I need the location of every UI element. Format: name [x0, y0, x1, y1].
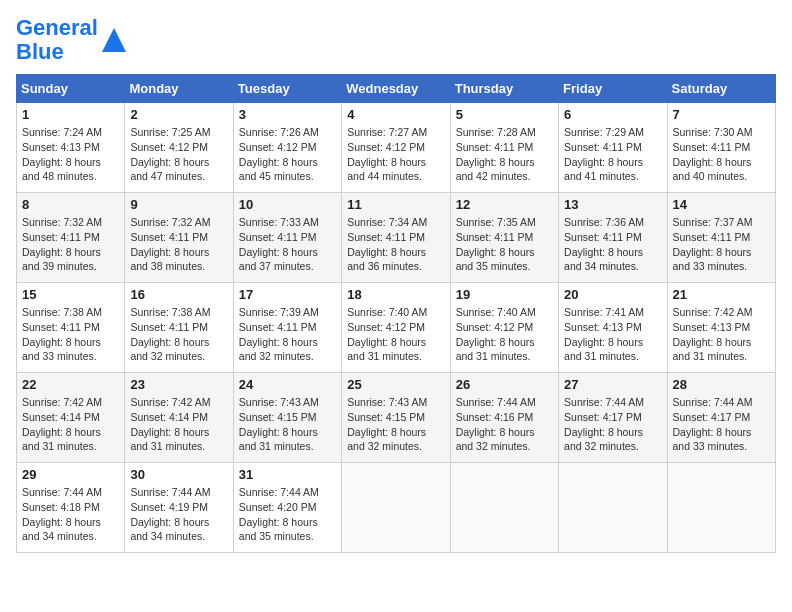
daylight-label: Daylight: 8 hours and 34 minutes. — [22, 516, 101, 543]
day-cell: 10 Sunrise: 7:33 AM Sunset: 4:11 PM Dayl… — [233, 193, 341, 283]
sunrise-label: Sunrise: 7:24 AM — [22, 126, 102, 138]
day-cell: 16 Sunrise: 7:38 AM Sunset: 4:11 PM Dayl… — [125, 283, 233, 373]
sunrise-label: Sunrise: 7:43 AM — [239, 396, 319, 408]
day-cell: 1 Sunrise: 7:24 AM Sunset: 4:13 PM Dayli… — [17, 103, 125, 193]
day-cell — [450, 463, 558, 553]
calendar-table: SundayMondayTuesdayWednesdayThursdayFrid… — [16, 74, 776, 553]
sunset-label: Sunset: 4:13 PM — [673, 321, 751, 333]
sunset-label: Sunset: 4:11 PM — [239, 321, 317, 333]
day-cell: 21 Sunrise: 7:42 AM Sunset: 4:13 PM Dayl… — [667, 283, 775, 373]
daylight-label: Daylight: 8 hours and 33 minutes. — [673, 246, 752, 273]
day-number: 15 — [22, 287, 119, 302]
day-number: 28 — [673, 377, 770, 392]
day-number: 10 — [239, 197, 336, 212]
sunrise-label: Sunrise: 7:44 AM — [673, 396, 753, 408]
day-number: 12 — [456, 197, 553, 212]
day-cell: 12 Sunrise: 7:35 AM Sunset: 4:11 PM Dayl… — [450, 193, 558, 283]
daylight-label: Daylight: 8 hours and 31 minutes. — [347, 336, 426, 363]
daylight-label: Daylight: 8 hours and 32 minutes. — [456, 426, 535, 453]
sunrise-label: Sunrise: 7:27 AM — [347, 126, 427, 138]
day-number: 27 — [564, 377, 661, 392]
day-info: Sunrise: 7:26 AM Sunset: 4:12 PM Dayligh… — [239, 125, 336, 184]
day-cell: 27 Sunrise: 7:44 AM Sunset: 4:17 PM Dayl… — [559, 373, 667, 463]
sunrise-label: Sunrise: 7:25 AM — [130, 126, 210, 138]
daylight-label: Daylight: 8 hours and 31 minutes. — [456, 336, 535, 363]
sunset-label: Sunset: 4:11 PM — [130, 321, 208, 333]
day-info: Sunrise: 7:33 AM Sunset: 4:11 PM Dayligh… — [239, 215, 336, 274]
day-info: Sunrise: 7:38 AM Sunset: 4:11 PM Dayligh… — [22, 305, 119, 364]
day-cell — [559, 463, 667, 553]
daylight-label: Daylight: 8 hours and 45 minutes. — [239, 156, 318, 183]
svg-marker-0 — [102, 28, 126, 52]
day-number: 29 — [22, 467, 119, 482]
sunset-label: Sunset: 4:11 PM — [22, 231, 100, 243]
daylight-label: Daylight: 8 hours and 31 minutes. — [673, 336, 752, 363]
sunrise-label: Sunrise: 7:40 AM — [347, 306, 427, 318]
day-info: Sunrise: 7:44 AM Sunset: 4:16 PM Dayligh… — [456, 395, 553, 454]
day-info: Sunrise: 7:32 AM Sunset: 4:11 PM Dayligh… — [22, 215, 119, 274]
day-number: 8 — [22, 197, 119, 212]
day-cell: 2 Sunrise: 7:25 AM Sunset: 4:12 PM Dayli… — [125, 103, 233, 193]
col-header-sunday: Sunday — [17, 75, 125, 103]
sunset-label: Sunset: 4:11 PM — [673, 231, 751, 243]
day-cell — [342, 463, 450, 553]
sunrise-label: Sunrise: 7:43 AM — [347, 396, 427, 408]
day-number: 2 — [130, 107, 227, 122]
sunrise-label: Sunrise: 7:40 AM — [456, 306, 536, 318]
sunset-label: Sunset: 4:11 PM — [564, 141, 642, 153]
sunrise-label: Sunrise: 7:26 AM — [239, 126, 319, 138]
day-number: 18 — [347, 287, 444, 302]
sunset-label: Sunset: 4:12 PM — [456, 321, 534, 333]
sunrise-label: Sunrise: 7:28 AM — [456, 126, 536, 138]
day-info: Sunrise: 7:40 AM Sunset: 4:12 PM Dayligh… — [456, 305, 553, 364]
daylight-label: Daylight: 8 hours and 40 minutes. — [673, 156, 752, 183]
sunset-label: Sunset: 4:17 PM — [564, 411, 642, 423]
day-info: Sunrise: 7:44 AM Sunset: 4:20 PM Dayligh… — [239, 485, 336, 544]
logo: General Blue — [16, 16, 128, 64]
day-info: Sunrise: 7:39 AM Sunset: 4:11 PM Dayligh… — [239, 305, 336, 364]
week-row-5: 29 Sunrise: 7:44 AM Sunset: 4:18 PM Dayl… — [17, 463, 776, 553]
day-cell: 30 Sunrise: 7:44 AM Sunset: 4:19 PM Dayl… — [125, 463, 233, 553]
day-number: 30 — [130, 467, 227, 482]
sunset-label: Sunset: 4:19 PM — [130, 501, 208, 513]
sunset-label: Sunset: 4:12 PM — [130, 141, 208, 153]
sunset-label: Sunset: 4:12 PM — [347, 321, 425, 333]
week-row-4: 22 Sunrise: 7:42 AM Sunset: 4:14 PM Dayl… — [17, 373, 776, 463]
sunset-label: Sunset: 4:20 PM — [239, 501, 317, 513]
logo-text: General Blue — [16, 16, 98, 64]
sunset-label: Sunset: 4:11 PM — [456, 141, 534, 153]
sunrise-label: Sunrise: 7:32 AM — [130, 216, 210, 228]
sunrise-label: Sunrise: 7:30 AM — [673, 126, 753, 138]
day-number: 4 — [347, 107, 444, 122]
day-info: Sunrise: 7:37 AM Sunset: 4:11 PM Dayligh… — [673, 215, 770, 274]
col-header-wednesday: Wednesday — [342, 75, 450, 103]
day-cell: 3 Sunrise: 7:26 AM Sunset: 4:12 PM Dayli… — [233, 103, 341, 193]
day-number: 11 — [347, 197, 444, 212]
day-number: 16 — [130, 287, 227, 302]
sunset-label: Sunset: 4:13 PM — [22, 141, 100, 153]
sunrise-label: Sunrise: 7:44 AM — [564, 396, 644, 408]
day-number: 19 — [456, 287, 553, 302]
sunset-label: Sunset: 4:11 PM — [239, 231, 317, 243]
col-header-friday: Friday — [559, 75, 667, 103]
sunrise-label: Sunrise: 7:33 AM — [239, 216, 319, 228]
day-info: Sunrise: 7:44 AM Sunset: 4:17 PM Dayligh… — [673, 395, 770, 454]
col-header-thursday: Thursday — [450, 75, 558, 103]
day-cell: 23 Sunrise: 7:42 AM Sunset: 4:14 PM Dayl… — [125, 373, 233, 463]
sunrise-label: Sunrise: 7:41 AM — [564, 306, 644, 318]
daylight-label: Daylight: 8 hours and 32 minutes. — [347, 426, 426, 453]
header-row: SundayMondayTuesdayWednesdayThursdayFrid… — [17, 75, 776, 103]
sunset-label: Sunset: 4:15 PM — [239, 411, 317, 423]
logo-icon — [100, 26, 128, 54]
day-info: Sunrise: 7:42 AM Sunset: 4:13 PM Dayligh… — [673, 305, 770, 364]
day-cell: 20 Sunrise: 7:41 AM Sunset: 4:13 PM Dayl… — [559, 283, 667, 373]
day-number: 26 — [456, 377, 553, 392]
sunrise-label: Sunrise: 7:39 AM — [239, 306, 319, 318]
day-number: 25 — [347, 377, 444, 392]
day-cell: 26 Sunrise: 7:44 AM Sunset: 4:16 PM Dayl… — [450, 373, 558, 463]
day-number: 14 — [673, 197, 770, 212]
day-cell: 13 Sunrise: 7:36 AM Sunset: 4:11 PM Dayl… — [559, 193, 667, 283]
day-cell: 24 Sunrise: 7:43 AM Sunset: 4:15 PM Dayl… — [233, 373, 341, 463]
day-number: 1 — [22, 107, 119, 122]
daylight-label: Daylight: 8 hours and 41 minutes. — [564, 156, 643, 183]
